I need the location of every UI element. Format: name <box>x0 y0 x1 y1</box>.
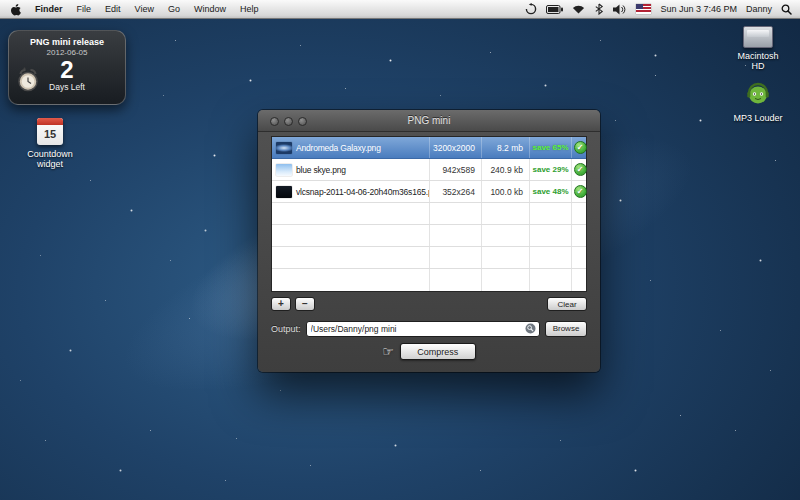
volume-icon[interactable] <box>613 4 627 15</box>
compress-button[interactable]: Compress <box>400 343 476 360</box>
file-savings-cell: save 65% <box>530 137 572 158</box>
table-row[interactable]: vlcsnap-2011-04-06-20h40m36s165.png 352x… <box>272 181 586 203</box>
search-icon[interactable] <box>525 320 536 338</box>
table-row[interactable]: Andromeda Galaxy.png 3200x2000 8.2 mb sa… <box>272 137 586 159</box>
file-dimensions-cell: 942x589 <box>430 159 482 180</box>
desktop-icon-mp3-louder[interactable]: MP3 Louder <box>720 80 796 123</box>
menu-item-window[interactable]: Window <box>187 0 233 19</box>
output-path-field[interactable] <box>306 321 540 337</box>
calendar-icon: 15 <box>37 118 63 145</box>
png-mini-window: PNG mini Andromeda Galaxy.png 3200x2000 … <box>258 110 600 372</box>
menu-item-help[interactable]: Help <box>233 0 266 19</box>
apple-menu-icon[interactable] <box>0 0 28 19</box>
calendar-icon-header <box>37 118 63 125</box>
menu-item-file[interactable]: File <box>70 0 99 19</box>
status-cell: ✓ <box>572 181 588 202</box>
file-thumbnail <box>276 186 292 198</box>
table-row-empty <box>272 269 586 291</box>
bluetooth-icon[interactable] <box>594 3 604 15</box>
desktop: Finder File Edit View Go Window Help Sun… <box>0 0 800 500</box>
remove-file-button[interactable]: − <box>295 297 315 311</box>
table-row-empty <box>272 203 586 225</box>
table-row-empty <box>272 247 586 269</box>
output-label: Output: <box>271 324 301 334</box>
mp3-louder-app-icon <box>745 92 771 109</box>
time-machine-icon[interactable] <box>525 3 537 15</box>
menu-bar: Finder File Edit View Go Window Help Sun… <box>0 0 800 19</box>
browse-button[interactable]: Browse <box>545 321 587 337</box>
menu-item-view[interactable]: View <box>128 0 161 19</box>
compress-row: ☞ Compress <box>258 343 600 360</box>
spotlight-search-icon[interactable] <box>781 4 792 15</box>
file-savings-cell: save 48% <box>530 181 572 202</box>
table-row[interactable]: blue skye.png 942x589 240.9 kb save 29% … <box>272 159 586 181</box>
table-row-empty <box>272 225 586 247</box>
file-name-cell: vlcsnap-2011-04-06-20h40m36s165.png <box>272 181 430 202</box>
add-file-button[interactable]: + <box>271 297 291 311</box>
file-dimensions-cell: 352x264 <box>430 181 482 202</box>
check-icon: ✓ <box>574 163 587 176</box>
input-language-flag-icon[interactable] <box>636 4 651 14</box>
wifi-icon[interactable] <box>572 4 585 14</box>
window-titlebar[interactable]: PNG mini <box>258 110 600 132</box>
countdown-widget-shortcut[interactable]: 15 Countdown widget <box>13 118 87 169</box>
menu-bar-clock[interactable]: Sun Jun 3 7:46 PM <box>660 4 737 14</box>
hard-drive-icon <box>743 26 773 48</box>
window-title: PNG mini <box>258 110 600 132</box>
file-list-table: Andromeda Galaxy.png 3200x2000 8.2 mb sa… <box>271 136 587 292</box>
menu-bar-status-area: Sun Jun 3 7:46 PM Danny <box>525 3 800 15</box>
file-name-cell: blue skye.png <box>272 159 430 180</box>
calendar-icon-day: 15 <box>37 125 63 144</box>
macintosh-hd-label: Macintosh HD <box>720 51 796 71</box>
pointing-hand-icon: ☞ <box>382 345 394 358</box>
countdown-panel-widget[interactable]: PNG mini release 2012-06-05 2 Days Left <box>8 30 126 105</box>
status-cell: ✓ <box>572 159 588 180</box>
status-cell: ✓ <box>572 137 588 158</box>
alarm-clock-icon <box>16 67 40 97</box>
file-size-cell: 8.2 mb <box>482 137 530 158</box>
check-icon: ✓ <box>574 185 587 198</box>
check-icon: ✓ <box>574 141 587 154</box>
mp3-louder-label: MP3 Louder <box>720 113 796 123</box>
file-thumbnail <box>276 142 292 154</box>
battery-icon[interactable] <box>546 5 563 14</box>
file-savings-cell: save 29% <box>530 159 572 180</box>
file-thumbnail <box>276 164 292 176</box>
add-remove-group: + − <box>271 297 315 311</box>
countdown-widget-label: Countdown widget <box>13 149 87 169</box>
output-row: Output: Browse <box>271 320 587 337</box>
file-size-cell: 240.9 kb <box>482 159 530 180</box>
countdown-title: PNG mini release <box>9 37 125 47</box>
menu-item-edit[interactable]: Edit <box>98 0 128 19</box>
menu-item-go[interactable]: Go <box>161 0 187 19</box>
desktop-icon-macintosh-hd[interactable]: Macintosh HD <box>720 26 796 71</box>
clear-button[interactable]: Clear <box>547 297 587 311</box>
output-path-input[interactable] <box>309 324 522 334</box>
file-size-cell: 100.0 kb <box>482 181 530 202</box>
user-menu[interactable]: Danny <box>746 4 772 14</box>
file-dimensions-cell: 3200x2000 <box>430 137 482 158</box>
menu-item-finder[interactable]: Finder <box>28 0 70 19</box>
file-name-cell: Andromeda Galaxy.png <box>272 137 430 158</box>
